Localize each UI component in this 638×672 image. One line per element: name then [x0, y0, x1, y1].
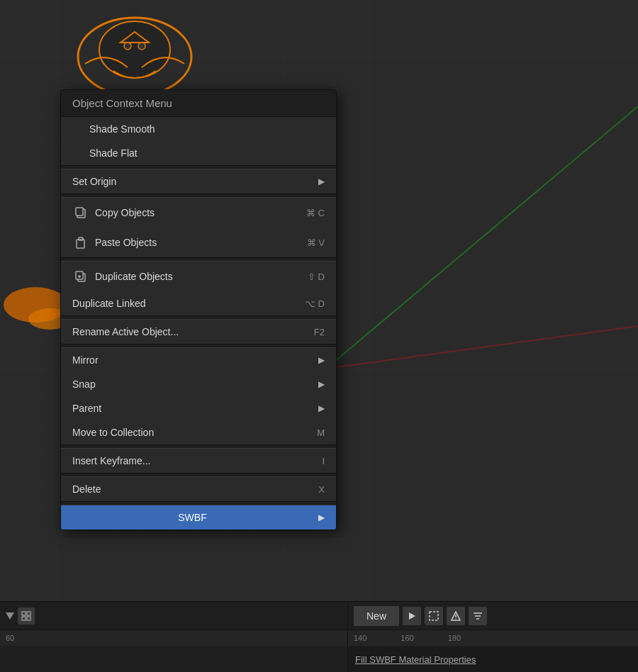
insert-keyframe-label: Insert Keyframe...	[72, 455, 316, 466]
menu-item-rename-active[interactable]: Rename Active Object... F2	[61, 320, 336, 344]
menu-title: Object Context Menu	[61, 90, 336, 117]
delete-shortcut: X	[318, 484, 325, 495]
paste-icon	[72, 234, 89, 251]
warning-icon	[451, 611, 461, 621]
timeline-controls-row	[0, 602, 347, 630]
delete-label: Delete	[72, 483, 313, 495]
svg-rect-18	[22, 612, 26, 615]
mirror-arrow: ▶	[318, 355, 325, 365]
play-icon-btn[interactable]	[403, 607, 421, 625]
rename-active-label: Rename Active Object...	[72, 326, 308, 337]
paste-shortcut: ⌘ V	[307, 237, 325, 248]
move-to-collection-label: Move to Collection	[72, 427, 311, 438]
svg-rect-13	[79, 237, 83, 240]
swbf-arrow: ▶	[318, 513, 325, 522]
svg-rect-11	[76, 208, 83, 215]
menu-item-insert-keyframe[interactable]: Insert Keyframe... I	[61, 449, 336, 473]
svg-point-6	[99, 21, 170, 78]
move-to-collection-shortcut: M	[317, 427, 325, 438]
svg-rect-20	[22, 617, 26, 620]
dropdown-triangle-icon[interactable]	[6, 612, 14, 620]
nla-ruler-bar: 140 160 180	[348, 630, 638, 646]
duplicate-objects-label: Duplicate Objects	[95, 271, 302, 282]
snap-arrow: ▶	[318, 379, 325, 389]
menu-item-shade-flat[interactable]: Shade Flat	[61, 141, 336, 165]
snap-label: Snap	[72, 379, 313, 390]
duplicate-linked-shortcut: ⌥ D	[305, 298, 325, 309]
menu-item-snap[interactable]: Snap ▶	[61, 372, 336, 396]
filter-icon-btn[interactable]	[469, 607, 487, 625]
copy-objects-label: Copy Objects	[95, 207, 301, 218]
menu-item-move-to-collection[interactable]: Move to Collection M	[61, 420, 336, 444]
mascot-svg	[57, 7, 213, 99]
set-origin-arrow: ▶	[318, 177, 325, 186]
select-region-icon	[429, 611, 439, 621]
info-bar: Fill SWBF Material Properties	[348, 646, 638, 672]
ruler-mark-160: 160	[401, 634, 413, 642]
copy-icon	[72, 204, 89, 221]
svg-point-26	[455, 618, 456, 619]
paste-objects-label: Paste Objects	[95, 237, 301, 248]
fill-swbf-text: Fill SWBF Material Properties	[355, 654, 476, 665]
menu-item-shade-smooth[interactable]: Shade Smooth	[61, 117, 336, 141]
parent-arrow: ▶	[318, 403, 325, 413]
svg-rect-12	[77, 240, 84, 248]
nla-panel: New	[347, 601, 638, 672]
layout-icon-btn[interactable]	[18, 607, 35, 625]
filter-icon	[473, 611, 483, 621]
swbf-label: SWBF	[72, 512, 313, 523]
menu-item-duplicate-objects[interactable]: Duplicate Objects ⇧ D	[61, 262, 336, 291]
menu-item-swbf[interactable]: SWBF ▶	[61, 505, 336, 530]
mascot-area	[57, 7, 213, 101]
svg-point-8	[124, 43, 131, 50]
svg-point-9	[138, 43, 145, 50]
nla-controls-row: New	[348, 602, 638, 630]
copy-shortcut: ⌘ C	[306, 208, 325, 218]
timeline-panel: 60	[0, 601, 347, 672]
rename-shortcut: F2	[314, 327, 325, 337]
menu-item-mirror[interactable]: Mirror ▶	[61, 348, 336, 372]
context-menu: Object Context Menu Shade Smooth Shade F…	[60, 89, 337, 530]
shade-smooth-label: Shade Smooth	[89, 123, 325, 135]
select-region-btn[interactable]	[425, 607, 443, 625]
parent-label: Parent	[72, 403, 313, 414]
shade-flat-label: Shade Flat	[89, 147, 325, 159]
ruler-mark-140: 140	[354, 634, 366, 642]
mirror-label: Mirror	[72, 354, 313, 366]
ruler-bar: 60	[0, 630, 347, 646]
duplicate-icon	[72, 268, 89, 285]
new-button[interactable]: New	[354, 606, 399, 626]
menu-item-copy-objects[interactable]: Copy Objects ⌘ C	[61, 198, 336, 228]
warning-icon-btn[interactable]	[447, 607, 465, 625]
menu-item-paste-objects[interactable]: Paste Objects ⌘ V	[61, 228, 336, 257]
svg-rect-23	[430, 612, 438, 620]
duplicate-linked-label: Duplicate Linked	[72, 298, 299, 309]
set-origin-label: Set Origin	[72, 176, 313, 187]
menu-item-parent[interactable]: Parent ▶	[61, 396, 336, 420]
svg-rect-19	[27, 612, 30, 615]
menu-item-set-origin[interactable]: Set Origin ▶	[61, 169, 336, 194]
svg-marker-22	[409, 612, 415, 620]
insert-keyframe-shortcut: I	[322, 456, 325, 466]
menu-item-duplicate-linked[interactable]: Duplicate Linked ⌥ D	[61, 291, 336, 315]
layout-icon	[21, 611, 31, 621]
menu-item-delete[interactable]: Delete X	[61, 477, 336, 501]
ruler-mark-180: 180	[448, 634, 461, 642]
svg-rect-21	[27, 617, 30, 620]
play-icon	[408, 612, 416, 620]
duplicate-shortcut: ⇧ D	[308, 271, 325, 282]
ruler-mark-60: 60	[6, 634, 14, 642]
